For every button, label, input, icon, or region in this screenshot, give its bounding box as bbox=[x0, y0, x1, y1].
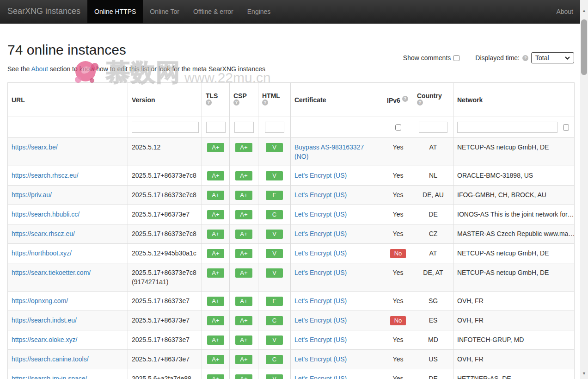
col-header-certificate[interactable]: Certificate bbox=[291, 83, 383, 117]
help-icon[interactable]: ? bbox=[417, 99, 423, 106]
csp-grade-badge[interactable]: A+ bbox=[235, 355, 252, 364]
col-header-html[interactable]: HTML ? bbox=[258, 83, 291, 117]
csp-grade-badge[interactable]: A+ bbox=[235, 336, 252, 345]
certificate-link[interactable]: Let's Encrypt (US) bbox=[294, 211, 347, 218]
instance-url-link[interactable]: https://searx.oloke.xyz/ bbox=[12, 336, 77, 343]
instance-url-link[interactable]: https://search.rhscz.eu/ bbox=[12, 172, 79, 179]
network-filter-input[interactable] bbox=[457, 122, 557, 133]
help-icon[interactable]: ? bbox=[402, 96, 408, 102]
html-grade-badge[interactable]: V bbox=[266, 249, 283, 258]
country-filter-input[interactable] bbox=[419, 122, 447, 133]
help-icon[interactable]: ? bbox=[262, 99, 268, 106]
certificate-link[interactable]: Let's Encrypt (US) bbox=[294, 375, 347, 379]
csp-grade-badge[interactable]: A+ bbox=[235, 210, 252, 219]
scrollbar-thumb[interactable] bbox=[581, 19, 587, 75]
html-grade-badge[interactable]: V bbox=[266, 268, 283, 278]
url-cell: https://priv.au/ bbox=[8, 186, 128, 205]
html-grade-badge[interactable]: C bbox=[266, 210, 283, 219]
html-grade-badge[interactable]: V bbox=[266, 336, 283, 345]
certificate-link[interactable]: Let's Encrypt (US) bbox=[294, 269, 347, 276]
csp-grade-badge[interactable]: A+ bbox=[235, 230, 252, 239]
instance-url-link[interactable]: https://searx.rhscz.eu/ bbox=[12, 230, 75, 237]
csp-grade-badge[interactable]: A+ bbox=[235, 268, 252, 278]
version-filter-input[interactable] bbox=[132, 122, 199, 133]
html-grade-badge[interactable]: V bbox=[266, 374, 283, 379]
tab-online-https[interactable]: Online HTTPS bbox=[87, 0, 143, 23]
displayed-time-select[interactable]: Total bbox=[531, 52, 574, 63]
col-header-ipv6[interactable]: IPv6 ? bbox=[383, 83, 413, 117]
csp-grade-badge[interactable]: A+ bbox=[235, 171, 252, 180]
html-cell: V bbox=[258, 263, 291, 292]
show-comments-checkbox[interactable] bbox=[453, 55, 459, 61]
html-grade-badge[interactable]: C bbox=[266, 355, 283, 364]
html-grade-badge[interactable]: C bbox=[266, 316, 283, 325]
csp-grade-badge[interactable]: A+ bbox=[235, 297, 252, 306]
html-grade-badge[interactable]: F bbox=[266, 191, 283, 200]
csp-grade-badge[interactable]: A+ bbox=[235, 143, 252, 152]
help-icon[interactable]: ? bbox=[522, 55, 528, 61]
tls-grade-badge[interactable]: A+ bbox=[207, 336, 224, 345]
tab-engines[interactable]: Engines bbox=[240, 0, 278, 23]
col-header-csp[interactable]: CSP ? bbox=[230, 83, 258, 117]
tab-offline-error[interactable]: Offline & error bbox=[186, 0, 240, 23]
certificate-link[interactable]: Let's Encrypt (US) bbox=[294, 249, 347, 257]
col-header-network[interactable]: Network bbox=[453, 83, 575, 117]
certificate-link[interactable]: Let's Encrypt (US) bbox=[294, 355, 347, 363]
html-grade-badge[interactable]: F bbox=[266, 297, 283, 306]
instance-url-link[interactable]: https://search.indst.eu/ bbox=[12, 317, 77, 324]
instance-url-link[interactable]: https://opnxng.com/ bbox=[12, 297, 68, 304]
html-grade-badge[interactable]: V bbox=[266, 143, 283, 152]
html-filter-input[interactable] bbox=[265, 122, 284, 133]
certificate-link[interactable]: Let's Encrypt (US) bbox=[294, 317, 347, 324]
instance-url-link[interactable]: https://northboot.xyz/ bbox=[12, 249, 72, 257]
instance-url-link[interactable]: https://search.canine.tools/ bbox=[12, 355, 89, 363]
tls-grade-badge[interactable]: A+ bbox=[207, 249, 224, 258]
tls-grade-badge[interactable]: A+ bbox=[207, 171, 224, 180]
col-header-url[interactable]: URL bbox=[8, 83, 128, 117]
tls-grade-badge[interactable]: A+ bbox=[207, 191, 224, 200]
version-cell: 2025.5.17+86373e7c8 bbox=[128, 166, 202, 186]
instance-url-link[interactable]: https://priv.au/ bbox=[12, 191, 52, 199]
scroll-down-icon[interactable]: ▼ bbox=[580, 369, 588, 377]
tls-grade-badge[interactable]: A+ bbox=[207, 268, 224, 278]
help-icon[interactable]: ? bbox=[233, 99, 239, 106]
scroll-up-icon[interactable]: ▲ bbox=[580, 6, 588, 14]
certificate-link[interactable]: Let's Encrypt (US) bbox=[294, 172, 347, 179]
certificate-link[interactable]: Let's Encrypt (US) bbox=[294, 297, 347, 304]
tls-filter-input[interactable] bbox=[206, 122, 226, 133]
brand[interactable]: SearXNG instances bbox=[0, 0, 87, 23]
tls-grade-badge[interactable]: A+ bbox=[207, 143, 224, 152]
certificate-link[interactable]: Let's Encrypt (US) bbox=[294, 230, 347, 237]
csp-grade-badge[interactable]: A+ bbox=[235, 191, 252, 200]
help-icon[interactable]: ? bbox=[206, 99, 212, 106]
certificate-link[interactable]: Let's Encrypt (US) bbox=[294, 336, 347, 343]
vertical-scrollbar[interactable]: ▲ ▼ bbox=[580, 0, 588, 379]
col-header-country[interactable]: Country ? bbox=[413, 83, 453, 117]
tls-grade-badge[interactable]: A+ bbox=[207, 374, 224, 379]
tab-online-tor[interactable]: Online Tor bbox=[143, 0, 186, 23]
version-cell: 2025.5.17+86373e7 bbox=[128, 330, 202, 350]
instance-url-link[interactable]: https://searx.be/ bbox=[12, 143, 58, 151]
instance-url-link[interactable]: https://searx.tiekoetter.com/ bbox=[12, 269, 91, 276]
html-grade-badge[interactable]: V bbox=[266, 171, 283, 180]
csp-grade-badge[interactable]: A+ bbox=[235, 316, 252, 325]
instance-url-link[interactable]: https://search.hbubli.cc/ bbox=[12, 211, 80, 218]
certificate-link[interactable]: Let's Encrypt (US) bbox=[294, 191, 347, 199]
nav-about-link[interactable]: About bbox=[556, 0, 573, 23]
instance-url-link[interactable]: https://search.im-in.space/ bbox=[12, 375, 87, 379]
col-header-tls[interactable]: TLS ? bbox=[202, 83, 230, 117]
tls-grade-badge[interactable]: A+ bbox=[207, 297, 224, 306]
ipv6-filter-checkbox[interactable] bbox=[395, 124, 401, 130]
csp-filter-input[interactable] bbox=[234, 122, 254, 133]
tls-grade-badge[interactable]: A+ bbox=[207, 355, 224, 364]
tls-grade-badge[interactable]: A+ bbox=[207, 316, 224, 325]
tls-grade-badge[interactable]: A+ bbox=[207, 210, 224, 219]
network-filter-checkbox[interactable] bbox=[563, 124, 569, 130]
csp-grade-badge[interactable]: A+ bbox=[235, 374, 252, 379]
csp-grade-badge[interactable]: A+ bbox=[235, 249, 252, 258]
html-grade-badge[interactable]: V bbox=[266, 230, 283, 239]
tls-grade-badge[interactable]: A+ bbox=[207, 230, 224, 239]
col-header-version[interactable]: Version bbox=[128, 83, 202, 117]
about-link[interactable]: About bbox=[31, 65, 48, 73]
certificate-link[interactable]: Buypass AS-983163327 (NO) bbox=[294, 143, 364, 160]
